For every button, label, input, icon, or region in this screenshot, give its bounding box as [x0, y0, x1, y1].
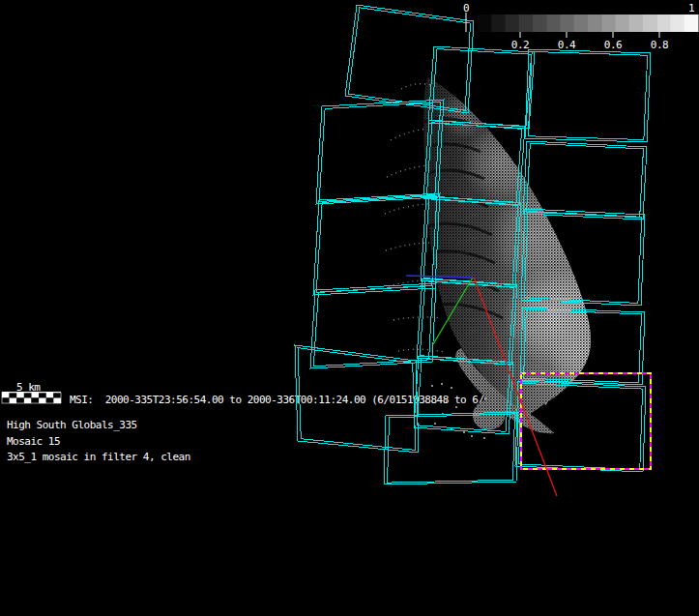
scale-bar-cell	[46, 393, 54, 398]
colorbar-step	[506, 15, 520, 32]
colorbar-step	[588, 15, 602, 32]
colorbar-step	[533, 15, 547, 32]
colorbar-max-label: 1	[688, 2, 694, 15]
asteroid-speck	[471, 435, 473, 437]
mosaic-number: Mosaic 15	[7, 435, 60, 448]
msi-time-range: MSI: 2000-335T23:56:54.00 to 2000-336T00…	[70, 394, 549, 406]
scale-bar-cell	[2, 393, 10, 398]
colorbar-tick-label: 0.2	[511, 39, 529, 51]
colorbar-step	[561, 15, 575, 32]
colorbar-step	[684, 15, 699, 32]
colorbar-step	[629, 15, 644, 32]
colorbar-step	[671, 15, 685, 32]
mosaic-planner-window: MSI: 2000-335T23:56:54.00 to 2000-336T00…	[0, 0, 699, 616]
asteroid-speck	[434, 423, 436, 425]
sequence-name: High South Globals_335	[7, 419, 137, 431]
colorbar-step	[601, 15, 616, 32]
asteroid-speck	[441, 383, 443, 385]
scale-bar-cell	[10, 398, 17, 404]
colorbar-step	[616, 15, 630, 32]
asteroid-speck	[446, 400, 448, 402]
scale-bar-cell	[46, 398, 54, 404]
scale-bar-cell	[10, 393, 17, 398]
colorbar-step	[643, 15, 657, 32]
scale-bar-cell	[24, 393, 32, 398]
scale-bar-cell	[32, 393, 40, 398]
scale-bar-cell	[39, 398, 46, 404]
colorbar-step	[574, 15, 589, 32]
viewport-background	[0, 0, 699, 616]
colorbar-tick-label: 0.4	[558, 39, 576, 51]
asteroid-speck	[483, 437, 485, 439]
mosaic-description: 3x5_1 mosaic in filter 4, clean	[7, 451, 190, 463]
asteroid-speck	[431, 385, 433, 387]
asteroid-speck	[463, 431, 465, 433]
scale-bar-cell	[24, 398, 32, 404]
colorbar-step	[546, 15, 561, 32]
colorbar-tick-label: 0.8	[651, 39, 668, 51]
colorbar-step	[656, 15, 671, 32]
scale-bar-cell	[16, 393, 24, 398]
colorbar-step	[519, 15, 534, 32]
mosaic-display-canvas[interactable]: MSI: 2000-335T23:56:54.00 to 2000-336T00…	[0, 0, 699, 616]
asteroid-speck	[451, 387, 452, 389]
colorbar-step	[478, 15, 492, 32]
scale-bar-cell	[53, 393, 61, 398]
scale-bar-cell	[32, 398, 40, 404]
scale-bar-cell	[39, 393, 46, 398]
colorbar-tick-label: 0.6	[604, 39, 622, 51]
colorbar-step	[491, 15, 506, 32]
scale-bar-cell	[16, 398, 24, 404]
scale-bar-cell	[2, 398, 10, 404]
asteroid-speck	[455, 406, 457, 408]
scale-bar-cell	[53, 398, 61, 404]
